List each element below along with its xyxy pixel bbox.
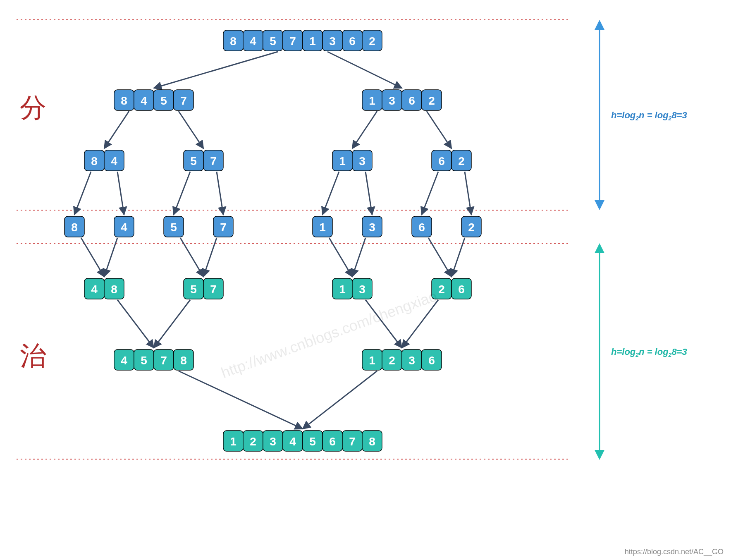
array-value: 7 [289,35,296,48]
watermark-corner: https://blog.csdn.net/AC__GO [625,548,724,556]
edge-arrow [179,111,203,148]
array-value: 8 [230,35,236,48]
conquer-label: 治 [20,341,46,371]
conquer-node: 4578 [114,349,194,370]
array-value: 4 [121,221,127,234]
array-value: 5 [190,283,197,296]
array-value: 7 [160,354,167,367]
array-value: 1 [339,155,346,168]
edge-arrow [180,238,203,277]
array-value: 5 [160,94,167,107]
height-formula: h=log2n = log28=3 [611,110,687,122]
array-value: 2 [250,435,256,448]
divide-node: 84571362 [223,30,382,51]
edge-arrow [428,238,452,277]
array-value: 7 [210,283,217,296]
divide-node: 5 [164,216,184,237]
edge-arrow [174,172,190,215]
divide-node: 13 [332,150,372,171]
divide-node: 62 [432,150,471,171]
array-value: 4 [111,155,117,168]
edge-arrow [154,52,278,88]
divide-node: 8 [64,216,84,237]
array-value: 8 [180,354,187,367]
array-value: 8 [111,283,117,296]
array-value: 6 [349,35,356,48]
edge-arrow [179,371,303,429]
array-value: 1 [369,94,375,107]
array-value: 2 [458,155,465,168]
array-value: 1 [369,354,375,367]
divide-node: 1362 [362,90,442,110]
array-value: 5 [190,155,197,168]
array-value: 1 [339,283,346,296]
array-value: 6 [438,155,445,168]
edge-arrow [465,172,471,215]
array-value: 8 [369,435,375,448]
divide-node: 7 [213,216,233,237]
divide-node: 8457 [114,90,194,110]
array-value: 7 [220,221,227,234]
array-value: 3 [329,35,336,48]
height-formula: h=log2n = log28=3 [611,347,687,359]
array-value: 3 [359,283,366,296]
array-value: 6 [458,283,465,296]
divide-node: 6 [412,216,432,237]
array-value: 7 [180,94,187,107]
edge-arrow [104,111,129,148]
edge-arrow [203,238,217,277]
tree-nodes: 8457136284571362845713628457136248571326… [64,30,481,451]
array-value: 5 [170,221,177,234]
divide-node: 57 [184,150,223,171]
array-value: 6 [329,435,336,448]
conquer-node: 57 [184,278,223,299]
divide-label: 分 [20,93,46,122]
array-value: 1 [319,221,326,234]
array-value: 5 [309,435,316,448]
array-value: 6 [428,354,435,367]
divide-node: 4 [114,216,134,237]
array-value: 2 [428,94,435,107]
array-value: 8 [121,94,127,107]
array-value: 4 [121,354,127,367]
array-value: 6 [418,221,425,234]
array-value: 2 [468,221,475,234]
array-value: 3 [369,221,375,234]
array-value: 4 [289,435,296,448]
array-value: 1 [230,435,236,448]
array-value: 3 [408,354,415,367]
conquer-node: 13 [332,278,372,299]
edge-arrow [117,300,154,348]
edge-arrow [303,371,377,429]
divide-node: 1 [313,216,332,237]
edge-arrow [81,238,104,277]
edge-arrow [427,111,452,148]
array-value: 4 [250,35,256,48]
array-value: 3 [389,94,395,107]
array-value: 4 [141,94,147,107]
array-value: 8 [91,155,98,168]
edge-arrow [217,172,223,215]
edge-arrow [322,172,339,215]
conquer-node: 12345678 [223,431,382,451]
array-value: 3 [270,435,276,448]
array-value: 2 [389,354,395,367]
array-value: 2 [369,35,375,48]
array-value: 7 [349,435,356,448]
divide-node: 2 [461,216,481,237]
edge-arrow [74,172,91,215]
array-value: 8 [71,221,78,234]
array-value: 6 [408,94,415,107]
edge-arrow [104,238,117,277]
height-indicators: h=log2n = log28=3h=log2n = log28=3 [600,25,687,455]
conquer-node: 26 [432,278,471,299]
divide-node: 84 [84,150,124,171]
edge-arrow [422,172,438,215]
edge-arrow [352,111,377,148]
edge-arrow [329,238,352,277]
conquer-node: 48 [84,278,124,299]
array-value: 5 [141,354,147,367]
array-value: 7 [210,155,217,168]
array-value: 5 [270,35,276,48]
array-value: 4 [91,283,98,296]
